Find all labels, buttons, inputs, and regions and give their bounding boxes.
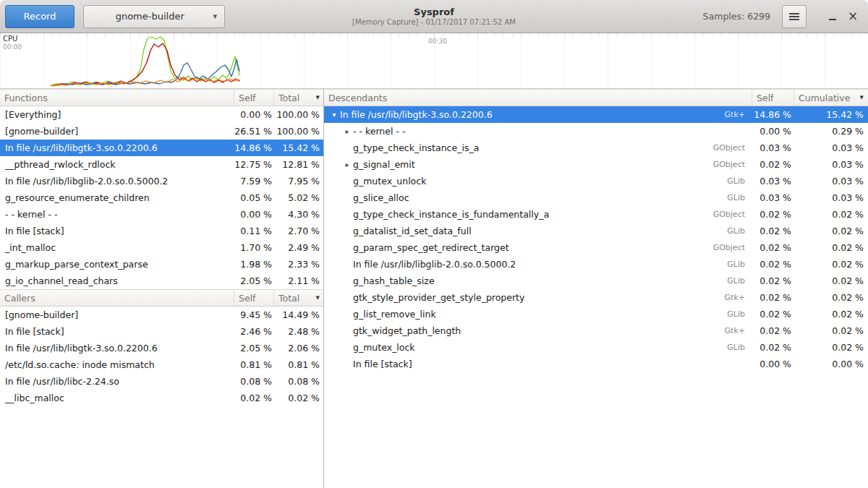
function-name: In file /usr/lib/libgtk-3.so.0.2200.6 — [0, 142, 234, 153]
descendant-self-value: 0.02 % — [752, 292, 794, 303]
descendant-cumulative-value: 0.02 % — [794, 259, 868, 270]
function-self-value: 0.11 % — [234, 226, 274, 236]
samples-count: Samples: 6299 — [703, 11, 770, 22]
column-header-self[interactable]: Self — [752, 90, 794, 106]
descendant-row[interactable]: gtk_style_provider_get_style_property Gt… — [324, 289, 868, 306]
expander-icon[interactable]: ▸ — [341, 160, 353, 168]
descendant-cumulative-value: 0.02 % — [794, 325, 868, 336]
function-row[interactable]: g_resource_enumerate_children 0.05 % 5.0… — [0, 189, 323, 206]
descendant-row[interactable]: g_mutex_lock GLib 0.02 % 0.02 % — [324, 339, 868, 356]
function-total-value: 5.02 % — [274, 192, 323, 203]
function-row[interactable]: In file /usr/lib/libgtk-3.so.0.2200.6 14… — [0, 140, 323, 156]
descendant-row[interactable]: gtk_widget_path_length Gtk+ 0.02 % 0.02 … — [324, 322, 868, 339]
descendant-name: g_type_check_instance_is_a — [353, 142, 713, 153]
descendant-row[interactable]: g_param_spec_get_redirect_target GObject… — [324, 239, 868, 256]
function-name: [Everything] — [0, 109, 234, 120]
function-row[interactable]: [gnome-builder] 26.51 % 100.00 % — [0, 123, 323, 140]
function-row[interactable]: _int_malloc 1.70 % 2.49 % — [0, 239, 323, 256]
descendant-row[interactable]: g_mutex_unlock GLib 0.03 % 0.03 % — [324, 173, 868, 189]
descendant-row[interactable]: In file [stack] 0.00 % 0.00 % — [324, 356, 868, 372]
function-name: - - kernel - - — [0, 209, 234, 220]
descendant-row[interactable]: g_datalist_id_set_data_full GLib 0.02 % … — [324, 223, 868, 239]
function-total-value: 2.70 % — [274, 226, 323, 236]
column-header-cumulative[interactable]: Cumulative ▼ — [794, 90, 868, 106]
minimize-button[interactable] — [822, 0, 843, 33]
column-header-functions[interactable]: Functions — [0, 90, 234, 106]
expander-icon[interactable]: ▾ — [328, 111, 340, 119]
record-button[interactable]: Record — [5, 5, 75, 28]
descendant-self-value: 0.03 % — [752, 176, 794, 187]
caller-total-value: 2.06 % — [274, 343, 323, 354]
expander-icon[interactable]: ▸ — [341, 127, 353, 135]
descendant-cumulative-value: 0.03 % — [794, 176, 868, 187]
column-header-total[interactable]: Total ▼ — [274, 290, 323, 306]
caller-total-value: 2.48 % — [274, 326, 323, 337]
caller-row[interactable]: /etc/ld.so.cache: inode mismatch 0.81 % … — [0, 356, 323, 373]
close-button[interactable]: × — [843, 0, 863, 33]
function-self-value: 7.59 % — [234, 176, 274, 187]
function-name: [gnome-builder] — [0, 126, 234, 137]
caller-self-value: 0.81 % — [234, 359, 274, 370]
caller-self-value: 0.02 % — [234, 393, 274, 403]
caller-row[interactable]: __libc_malloc 0.02 % 0.02 % — [0, 390, 323, 406]
descendant-row[interactable]: ▾ In file /usr/lib/libgtk-3.so.0.2200.6 … — [324, 106, 868, 123]
descendant-row[interactable]: In file /usr/lib/libglib-2.0.so.0.5000.2… — [324, 256, 868, 273]
function-row[interactable]: [Everything] 0.00 % 100.00 % — [0, 106, 323, 123]
function-self-value: 0.00 % — [234, 109, 274, 120]
function-row[interactable]: In file /usr/lib/libglib-2.0.so.0.5000.2… — [0, 173, 323, 189]
descendant-self-value: 0.03 % — [752, 142, 794, 153]
cpu-timeline-graph[interactable]: CPU 00:00 00:30 — [0, 33, 868, 89]
column-header-descendants[interactable]: Descendants — [324, 90, 752, 106]
descendant-name: - - kernel - - — [353, 126, 745, 137]
descendant-self-value: 0.02 % — [752, 159, 794, 170]
descendant-name: g_hash_table_size — [353, 275, 727, 286]
function-row[interactable]: g_io_channel_read_chars 2.05 % 2.11 % — [0, 273, 323, 289]
descendant-cumulative-value: 0.02 % — [794, 242, 868, 253]
descendant-row[interactable]: g_slice_alloc GLib 0.03 % 0.03 % — [324, 189, 868, 206]
column-header-callers[interactable]: Callers — [0, 290, 234, 306]
descendant-row[interactable]: g_type_check_instance_is_fundamentally_a… — [324, 206, 868, 223]
descendant-row[interactable]: ▸ - - kernel - - 0.00 % 0.29 % — [324, 123, 868, 140]
descendant-row[interactable]: ▸ g_signal_emit GObject 0.02 % 0.03 % — [324, 156, 868, 173]
function-self-value: 1.98 % — [234, 259, 274, 270]
function-self-value: 1.70 % — [234, 242, 274, 253]
process-selector-dropdown[interactable]: gnome-builder ▾ — [83, 5, 225, 28]
library-label: Gtk+ — [725, 293, 752, 302]
function-row[interactable]: __pthread_rwlock_rdlock 12.75 % 12.81 % — [0, 156, 323, 173]
function-row[interactable]: g_markup_parse_context_parse 1.98 % 2.33… — [0, 256, 323, 273]
caller-row[interactable]: [gnome-builder] 9.45 % 14.49 % — [0, 307, 323, 323]
menu-button[interactable] — [782, 5, 807, 28]
minimize-icon — [829, 19, 836, 20]
functions-table: [Everything] 0.00 % 100.00 % [gnome-buil… — [0, 106, 323, 289]
descendant-row[interactable]: g_list_remove_link GLib 0.02 % 0.02 % — [324, 306, 868, 322]
function-self-value: 0.00 % — [234, 209, 274, 220]
caller-row[interactable]: In file /usr/lib/libgtk-3.so.0.2200.6 2.… — [0, 340, 323, 356]
hamburger-menu-icon — [789, 13, 799, 20]
function-name: In file /usr/lib/libglib-2.0.so.0.5000.2 — [0, 176, 234, 187]
library-label: GLib — [727, 176, 752, 186]
descendant-row[interactable]: g_hash_table_size GLib 0.02 % 0.02 % — [324, 273, 868, 289]
main-content: Functions Self Total ▼ [Everything] 0.00… — [0, 89, 868, 488]
caller-total-value: 0.81 % — [274, 359, 323, 370]
descendant-name: g_datalist_id_set_data_full — [353, 226, 727, 236]
caller-row[interactable]: In file [stack] 2.46 % 2.48 % — [0, 323, 323, 340]
library-label: GLib — [727, 193, 752, 202]
function-self-value: 14.86 % — [234, 142, 274, 153]
left-pane: Functions Self Total ▼ [Everything] 0.00… — [0, 89, 324, 488]
sort-indicator-icon: ▼ — [313, 295, 320, 301]
callers-header-row: Callers Self Total ▼ — [0, 289, 323, 307]
descendant-cumulative-value: 0.03 % — [794, 192, 868, 203]
descendant-row[interactable]: g_type_check_instance_is_a GObject 0.03 … — [324, 140, 868, 156]
descendants-tree: ▾ In file /usr/lib/libgtk-3.so.0.2200.6 … — [324, 106, 868, 372]
caller-total-value: 14.49 % — [274, 309, 323, 320]
descendant-name: g_type_check_instance_is_fundamentally_a — [353, 209, 713, 220]
function-row[interactable]: - - kernel - - 0.00 % 4.30 % — [0, 206, 323, 223]
descendant-name: gtk_style_provider_get_style_property — [353, 292, 725, 303]
column-header-self[interactable]: Self — [234, 290, 274, 306]
descendant-self-value: 0.02 % — [752, 342, 794, 353]
function-row[interactable]: In file [stack] 0.11 % 2.70 % — [0, 223, 323, 239]
column-header-self[interactable]: Self — [234, 90, 274, 106]
caller-name: /etc/ld.so.cache: inode mismatch — [0, 359, 234, 370]
caller-row[interactable]: In file /usr/lib/libc-2.24.so 0.08 % 0.0… — [0, 373, 323, 390]
column-header-total[interactable]: Total ▼ — [274, 90, 323, 106]
